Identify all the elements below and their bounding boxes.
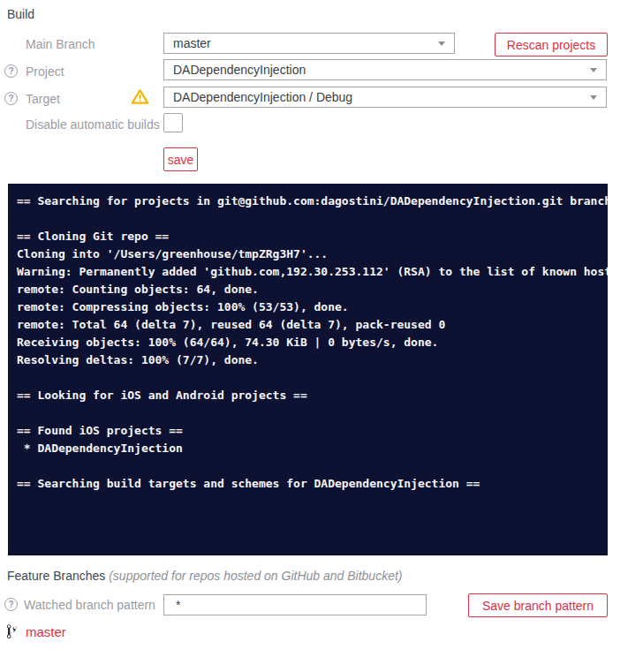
console-line <box>17 404 599 422</box>
chevron-down-icon <box>590 95 597 100</box>
chevron-down-icon <box>590 68 597 72</box>
watched-branch-pattern-input[interactable] <box>163 594 427 615</box>
target-select-value: DADependencyInjection / Debug <box>173 90 352 104</box>
main-branch-select-value: master <box>173 36 211 50</box>
console-line: == Cloning Git repo == <box>17 228 599 245</box>
target-help-icon[interactable]: ? <box>4 92 18 105</box>
chevron-down-icon <box>438 42 445 46</box>
disable-automatic-builds-label: Disable automatic builds <box>26 117 160 132</box>
feature-branches-title-text: Feature Branches <box>7 569 105 583</box>
watched-branch-pattern-label: Watched branch pattern <box>24 598 155 612</box>
console-line: remote: Compressing objects: 100% (53/53… <box>17 298 599 316</box>
disable-automatic-builds-checkbox[interactable] <box>163 113 183 132</box>
project-label: Project <box>26 64 64 79</box>
rescan-projects-button[interactable]: Rescan projects <box>495 33 608 57</box>
console-line: == Searching build targets and schemes f… <box>17 475 599 493</box>
console-line: == Searching for projects in git@github.… <box>17 193 599 210</box>
save-branch-pattern-button[interactable]: Save branch pattern <box>468 593 608 617</box>
console-line <box>17 369 599 387</box>
target-label: Target <box>26 92 60 106</box>
console-line: Warning: Permanently added 'github.com,1… <box>17 263 599 281</box>
main-branch-label: Main Branch <box>26 37 95 51</box>
console-line <box>17 210 599 228</box>
build-section-title: Build <box>7 7 34 21</box>
target-select[interactable]: DADependencyInjection / Debug <box>163 87 607 108</box>
console-line: == Looking for iOS and Android projects … <box>17 387 599 404</box>
branch-name: master <box>26 624 66 639</box>
console-line: Resolving deltas: 100% (7/7), done. <box>17 351 599 369</box>
console-line: == Found iOS projects == <box>17 422 599 440</box>
branch-list-item[interactable]: master <box>6 623 66 639</box>
warning-icon <box>131 88 149 109</box>
console-line: Receiving objects: 100% (64/64), 74.30 K… <box>17 334 599 351</box>
feature-branches-title: Feature Branches (supported for repos ho… <box>7 569 403 583</box>
project-select[interactable]: DADependencyInjection <box>163 59 607 80</box>
save-button[interactable]: save <box>163 147 198 171</box>
build-log-console[interactable]: == Searching for projects in git@github.… <box>8 184 608 555</box>
console-line <box>17 457 599 475</box>
project-help-icon[interactable]: ? <box>4 64 18 78</box>
project-select-value: DADependencyInjection <box>173 63 306 77</box>
watched-branch-help-icon[interactable]: ? <box>4 598 18 611</box>
feature-branches-subtitle: (supported for repos hosted on GitHub an… <box>109 569 402 583</box>
git-branch-icon <box>6 623 18 639</box>
console-line: remote: Total 64 (delta 7), reused 64 (d… <box>17 316 599 334</box>
console-line: remote: Counting objects: 64, done. <box>17 281 599 298</box>
console-line: * DADependencyInjection <box>17 440 599 457</box>
console-line: Cloning into '/Users/greenhouse/tmpZRg3H… <box>17 245 599 263</box>
main-branch-select[interactable]: master <box>163 33 455 54</box>
